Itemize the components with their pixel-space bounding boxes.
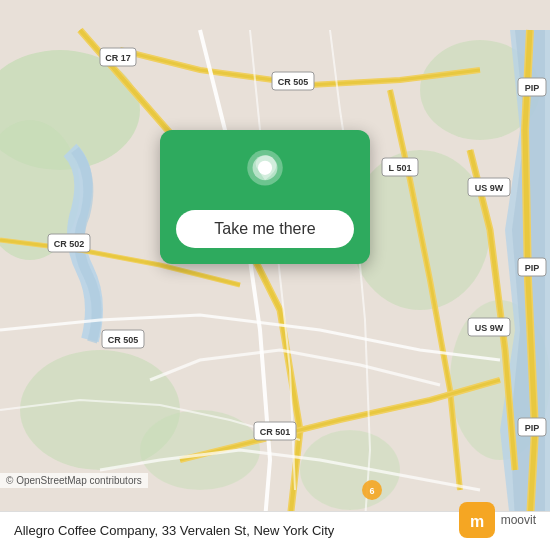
svg-text:PIP: PIP [525, 83, 540, 93]
location-pin-icon [241, 150, 289, 198]
copyright-bar: © OpenStreetMap contributors [0, 473, 148, 488]
bottom-bar: Allegro Coffee Company, 33 Vervalen St, … [0, 511, 550, 550]
svg-text:CR 17: CR 17 [105, 53, 131, 63]
moovit-logo: m moovit [459, 502, 536, 538]
svg-text:6: 6 [369, 486, 374, 496]
moovit-icon: m [459, 502, 495, 538]
svg-text:US 9W: US 9W [475, 183, 504, 193]
svg-text:PIP: PIP [525, 423, 540, 433]
moovit-label: moovit [501, 513, 536, 527]
svg-text:CR 501: CR 501 [260, 427, 291, 437]
address-section: Allegro Coffee Company, 33 Vervalen St, … [14, 522, 334, 540]
svg-text:CR 505: CR 505 [278, 77, 309, 87]
svg-point-8 [300, 430, 400, 510]
svg-text:PIP: PIP [525, 263, 540, 273]
svg-text:L 501: L 501 [389, 163, 412, 173]
popup-card: Take me there [160, 130, 370, 264]
map-background: CR 17 CR 505 CR 502 L 501 CR 505 CR 501 … [0, 0, 550, 550]
svg-text:CR 505: CR 505 [108, 335, 139, 345]
svg-text:CR 502: CR 502 [54, 239, 85, 249]
copyright-text: © OpenStreetMap contributors [6, 475, 142, 486]
take-me-there-button[interactable]: Take me there [176, 210, 354, 248]
address-text: Allegro Coffee Company, 33 Vervalen St, … [14, 522, 334, 540]
map-container: CR 17 CR 505 CR 502 L 501 CR 505 CR 501 … [0, 0, 550, 550]
svg-text:m: m [470, 513, 484, 530]
svg-text:US 9W: US 9W [475, 323, 504, 333]
